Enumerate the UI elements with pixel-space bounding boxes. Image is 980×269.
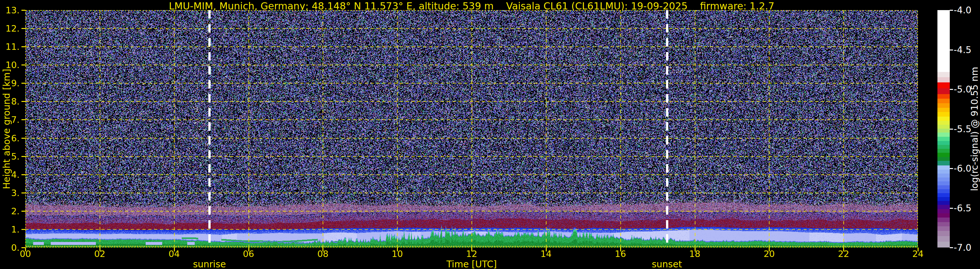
y-tick-label: 12. (0, 24, 19, 34)
x-tick-mark (397, 248, 398, 251)
colorbar-tick-label: -6.5 (954, 203, 972, 213)
y-tick-label: 1. (0, 224, 19, 234)
colorbar-segment (937, 72, 950, 77)
y-tick-label: 6. (0, 133, 19, 143)
x-tick-mark (918, 248, 919, 251)
y-tick-label: 13. (0, 5, 19, 15)
x-tick-mark (620, 248, 621, 251)
colorbar-segment (937, 236, 950, 242)
colorbar-segment (937, 145, 950, 149)
y-tick-label: 4. (0, 169, 19, 179)
x-tick-mark (248, 248, 249, 251)
x-tick-mark (174, 248, 175, 251)
colorbar-segment (937, 103, 950, 108)
colorbar-segment (937, 174, 950, 178)
y-tick-label: 2. (0, 206, 19, 216)
colorbar-segment (937, 189, 950, 193)
x-axis-label: Time [UTC] (447, 259, 497, 269)
x-tick-mark (99, 248, 100, 251)
colorbar-segment (937, 117, 950, 121)
colorbar-segment (937, 94, 950, 99)
x-tick-mark (25, 248, 26, 251)
colorbar-tick-mark (950, 208, 953, 209)
colorbar-label: log(rc-signal) @ 910.55 nm (969, 67, 980, 191)
colorbar-tick-mark (950, 89, 953, 90)
colorbar-segment (937, 201, 950, 205)
lidar-quicklook-figure: LMU-MIM, Munich, Germany; 48.148° N 11.5… (0, 0, 980, 269)
colorbar-tick-label: -4.0 (954, 5, 972, 16)
y-tick-mark (21, 211, 25, 212)
sunset-label: sunset (652, 259, 682, 269)
colorbar-segment (937, 112, 950, 116)
colorbar-tick-mark (950, 10, 953, 11)
y-tick-mark (21, 28, 25, 29)
colorbar-segment (937, 77, 950, 82)
colorbar-segment (937, 149, 950, 153)
colorbar-segment (937, 185, 950, 189)
colorbar-segment (937, 157, 950, 161)
colorbar-tick-mark (950, 247, 953, 248)
colorbar (937, 10, 950, 248)
colorbar-segment (937, 209, 950, 213)
colorbar-segment (937, 222, 950, 226)
colorbar-segment (937, 10, 950, 72)
y-tick-label: 3. (0, 187, 19, 198)
x-tick-mark (843, 248, 844, 251)
y-tick-mark (21, 46, 25, 47)
colorbar-tick-label: -4.5 (954, 44, 972, 55)
y-tick-mark (21, 83, 25, 84)
y-tick-label: 10. (0, 60, 19, 70)
colorbar-tick-label: -5.5 (954, 123, 972, 134)
colorbar-tick-label: -7.0 (954, 242, 972, 253)
y-tick-label: 0. (0, 243, 19, 253)
colorbar-segment (937, 133, 950, 137)
colorbar-segment (937, 99, 950, 103)
y-tick-label: 8. (0, 96, 19, 106)
colorbar-segment (937, 178, 950, 181)
x-tick-mark (695, 248, 695, 251)
colorbar-segment (937, 165, 950, 170)
colorbar-segment (937, 153, 950, 157)
colorbar-tick-mark (950, 129, 953, 130)
y-tick-label: 11. (0, 42, 19, 52)
colorbar-segment (937, 137, 950, 141)
colorbar-segment (937, 205, 950, 209)
colorbar-segment (937, 213, 950, 218)
lidar-heatmap-canvas (25, 10, 918, 248)
colorbar-tick-mark (950, 50, 953, 50)
colorbar-segment (937, 82, 950, 88)
colorbar-segment (937, 226, 950, 231)
y-tick-label: 5. (0, 151, 19, 161)
y-tick-mark (21, 174, 25, 175)
colorbar-segment (937, 121, 950, 125)
y-tick-mark (21, 119, 25, 120)
colorbar-segment (937, 129, 950, 133)
y-tick-label: 9. (0, 78, 19, 88)
colorbar-segment (937, 170, 950, 174)
colorbar-segment (937, 242, 950, 248)
colorbar-segment (937, 218, 950, 222)
x-tick-mark (323, 248, 323, 251)
colorbar-segment (937, 181, 950, 185)
colorbar-segment (937, 231, 950, 236)
colorbar-segment (937, 193, 950, 197)
colorbar-segment (937, 197, 950, 201)
colorbar-tick-label: -6.0 (954, 163, 972, 174)
y-tick-mark (21, 10, 25, 11)
y-tick-mark (21, 138, 25, 139)
x-tick-mark (471, 248, 472, 251)
sunrise-label: sunrise (193, 259, 226, 269)
y-tick-mark (21, 229, 25, 230)
x-tick-mark (546, 248, 547, 251)
colorbar-segment (937, 141, 950, 145)
colorbar-tick-label: -5.0 (954, 84, 972, 95)
colorbar-segment (937, 108, 950, 112)
colorbar-segment (937, 125, 950, 129)
colorbar-segment (937, 161, 950, 165)
y-tick-mark (21, 64, 25, 66)
colorbar-tick-mark (950, 168, 953, 169)
colorbar-segment (937, 88, 950, 94)
y-tick-mark (21, 101, 25, 102)
y-tick-mark (21, 156, 25, 157)
y-tick-mark (21, 192, 25, 194)
